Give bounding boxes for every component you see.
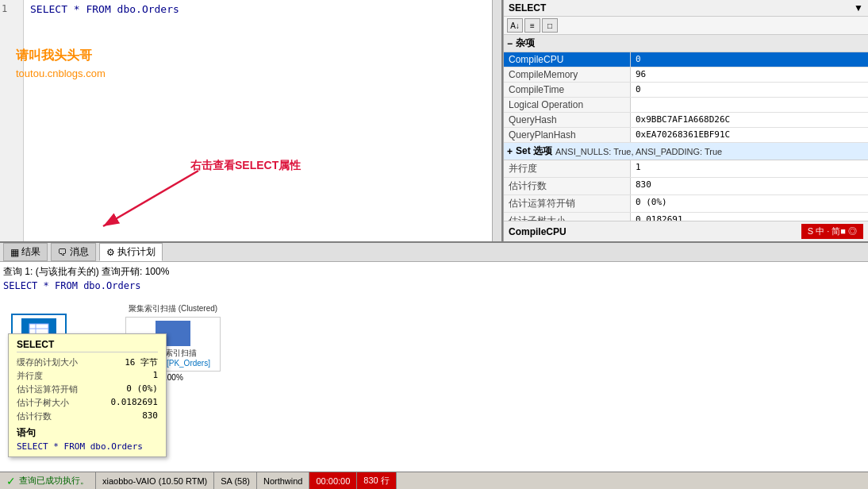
watermark-url: toutou.cnblogs.com xyxy=(16,67,106,79)
properties-table: − 杂项 CompileCPU 0 CompileMemory 96 Compi… xyxy=(504,35,868,221)
tooltip-sql: SELECT * FROM dbo.Orders xyxy=(17,441,158,452)
prop-name-parallelism: 并行度 xyxy=(504,160,631,177)
prop-value-estop: 0 (0%) xyxy=(631,195,868,212)
prop-value-queryhash: 0x9BBC7AF1A668D26C xyxy=(631,113,868,127)
annotation-text: 右击查看SELECT属性 xyxy=(190,159,301,173)
tooltip-val-cachesize: 16 字节 xyxy=(125,356,158,368)
tooltip-val-estrows: 830 xyxy=(142,410,158,422)
properties-toolbar: A↓ ≡ □ xyxy=(504,17,868,35)
properties-panel: SELECT ▼ A↓ ≡ □ − 杂项 CompileCPU 0 xyxy=(503,0,868,241)
prop-name-queryplanhash: QueryPlanHash xyxy=(504,128,631,142)
tooltip-title: SELECT xyxy=(17,339,158,352)
status-item-time: 00:00:00 xyxy=(309,472,357,489)
group2-label: Set 选项 xyxy=(516,144,552,158)
results-content: 查询 1: (与该批有关的) 查询开销: 100% SELECT * FROM … xyxy=(0,262,868,472)
status-item-db: Northwind xyxy=(257,472,310,489)
prop-group1-header: − 杂项 xyxy=(504,35,868,52)
prop-name-estop: 估计运算符开销 xyxy=(504,195,631,212)
check-icon: ✓ xyxy=(6,475,16,487)
properties-footer: CompileCPU S 中 · 简■ ◎ xyxy=(504,221,868,241)
footer-icon-text: S 中 · 简■ ◎ xyxy=(808,225,857,237)
watermark: 请叫我头头哥 toutou.cnblogs.com xyxy=(16,48,106,79)
prop-row-compilecpu[interactable]: CompileCPU 0 xyxy=(504,52,868,67)
prop-row-esttree[interactable]: 估计子树大小 0.0182691 xyxy=(504,213,868,221)
prop-name-compilecpu: CompileCPU xyxy=(504,52,631,67)
status-item-success: ✓ 查询已成功执行。 xyxy=(0,472,96,489)
tooltip-key-parallelism: 并行度 xyxy=(17,370,43,382)
prop-value-estrows: 830 xyxy=(631,178,868,194)
status-item-user: SA (58) xyxy=(214,472,257,489)
clustered-title: 聚集索引扫描 (Clustered) xyxy=(129,303,217,314)
prop-name-compilememory: CompileMemory xyxy=(504,67,631,82)
tooltip-row-esttree: 估计子树大小 0.0182691 xyxy=(17,396,158,410)
tooltip-row-estrows: 估计行数 830 xyxy=(17,410,158,423)
line-numbers: 1 xyxy=(0,0,24,241)
results-area: ▦ 结果 🗨 消息 ⚙ 执行计划 查询 1: (与该批有关的) 查询开销: 10… xyxy=(0,241,868,472)
sql-editor: 1 SELECT * FROM dbo.Orders 请叫我头头哥 toutou… xyxy=(0,0,503,241)
prop-name-estrows: 估计行数 xyxy=(504,178,631,194)
prop-row-estop[interactable]: 估计运算符开销 0 (0%) xyxy=(504,195,868,213)
sort-alpha-button[interactable]: A↓ xyxy=(507,18,523,33)
tooltip-section-stmt: 语句 xyxy=(17,426,158,440)
properties-close-icon[interactable]: ▼ xyxy=(854,2,863,13)
prop-value-logicalop xyxy=(631,98,868,112)
prop-value-compilecpu: 0 xyxy=(631,52,868,67)
group1-toggle-icon[interactable]: − xyxy=(507,38,513,49)
line-number-1: 1 xyxy=(2,3,21,14)
editor-area: 1 SELECT * FROM dbo.Orders 请叫我头头哥 toutou… xyxy=(0,0,868,241)
status-bar: ✓ 查询已成功执行。 xiaobbo-VAIO (10.50 RTM) SA (… xyxy=(0,472,868,489)
tooltip-val-estop: 0 (0%) xyxy=(126,383,158,395)
properties-header: SELECT ▼ xyxy=(504,0,868,17)
prop-name-queryhash: QueryHash xyxy=(504,113,631,127)
sql-content[interactable]: SELECT * FROM dbo.Orders xyxy=(24,0,501,241)
tooltip-popup: SELECT 缓存的计划大小 16 字节 并行度 1 估计运算符开销 0 (0%… xyxy=(8,333,167,457)
tab-results-label: 结果 xyxy=(21,245,40,259)
prop-value-queryplanhash: 0xEA70268361EBF91C xyxy=(631,128,868,142)
footer-icon: S 中 · 简■ ◎ xyxy=(801,224,863,239)
footer-label: CompileCPU xyxy=(509,226,567,237)
results-tabs: ▦ 结果 🗨 消息 ⚙ 执行计划 xyxy=(0,243,868,262)
user-text: SA (58) xyxy=(221,476,250,486)
results-left: 查询 1: (与该批有关的) 查询开销: 100% SELECT * FROM … xyxy=(0,262,868,472)
tooltip-val-esttree: 0.0182691 xyxy=(110,397,158,409)
prop-group2-header: + Set 选项 ANSI_NULLS: True, ANSI_PADDING:… xyxy=(504,143,868,160)
tab-exec-plan[interactable]: ⚙ 执行计划 xyxy=(99,243,163,261)
prop-row-queryhash[interactable]: QueryHash 0x9BBC7AF1A668D26C xyxy=(504,113,868,128)
status-item-server: xiaobbo-VAIO (10.50 RTM) xyxy=(96,472,214,489)
tooltip-key-estop: 估计运算符开销 xyxy=(17,383,78,395)
editor-scrollbar[interactable] xyxy=(492,0,501,241)
prop-row-parallelism[interactable]: 并行度 1 xyxy=(504,160,868,178)
tooltip-row-cachesize: 缓存的计划大小 16 字节 xyxy=(17,356,158,369)
rows-text: 830 行 xyxy=(363,475,389,487)
prop-name-esttree: 估计子树大小 xyxy=(504,213,631,221)
tab-messages[interactable]: 🗨 消息 xyxy=(51,243,96,261)
prop-row-compilememory[interactable]: CompileMemory 96 xyxy=(504,67,868,83)
prop-value-esttree: 0.0182691 xyxy=(631,213,868,221)
prop-row-queryplanhash[interactable]: QueryPlanHash 0xEA70268361EBF91C xyxy=(504,128,868,143)
time-text: 00:00:00 xyxy=(316,476,350,486)
properties-pages-button[interactable]: □ xyxy=(542,18,558,33)
status-item-rows: 830 行 xyxy=(357,472,396,489)
tooltip-key-estrows: 估计行数 xyxy=(17,410,52,422)
prop-value-compilememory: 96 xyxy=(631,67,868,82)
prop-row-logicalop[interactable]: Logical Operation xyxy=(504,98,868,113)
sort-category-button[interactable]: ≡ xyxy=(524,18,540,33)
prop-row-compiletime[interactable]: CompileTime 0 xyxy=(504,83,868,98)
prop-row-estrows[interactable]: 估计行数 830 xyxy=(504,178,868,195)
prop-name-logicalop: Logical Operation xyxy=(504,98,631,112)
prop-name-compiletime: CompileTime xyxy=(504,83,631,97)
tooltip-val-parallelism: 1 xyxy=(152,370,158,382)
results-icon: ▦ xyxy=(10,247,19,258)
query-header: 查询 1: (与该批有关的) 查询开销: 100% xyxy=(3,265,865,279)
group2-value: ANSI_NULLS: True, ANSI_PADDING: True xyxy=(555,147,722,156)
main-container: 1 SELECT * FROM dbo.Orders 请叫我头头哥 toutou… xyxy=(0,0,868,489)
tooltip-key-cachesize: 缓存的计划大小 xyxy=(17,356,78,368)
tab-messages-label: 消息 xyxy=(70,245,89,259)
prop-value-parallelism: 1 xyxy=(631,160,868,177)
query-sql: SELECT * FROM dbo.Orders xyxy=(3,280,865,291)
watermark-title: 请叫我头头哥 xyxy=(16,48,106,64)
prop-value-compiletime: 0 xyxy=(631,83,868,97)
tooltip-row-parallelism: 并行度 1 xyxy=(17,369,158,383)
group2-toggle-icon[interactable]: + xyxy=(507,146,513,157)
tab-results[interactable]: ▦ 结果 xyxy=(3,243,48,261)
